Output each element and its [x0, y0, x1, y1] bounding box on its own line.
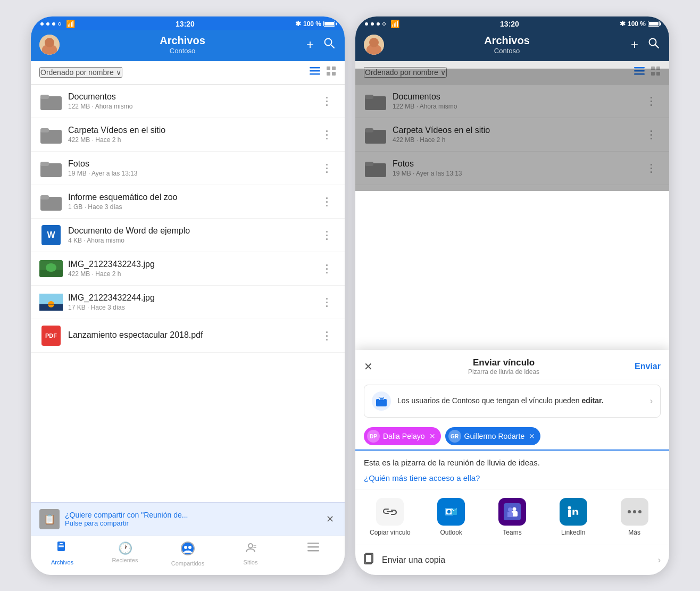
file-item-1-left[interactable]: Carpeta Vídeos en el sitio 422 MB · Hace… — [31, 118, 345, 152]
status-right-right: ✱ 100 % — [620, 20, 660, 28]
file-item-0-left[interactable]: Documentos 122 MB · Ahora mismo ⋮ — [31, 85, 345, 118]
file-list-left: Documentos 122 MB · Ahora mismo ⋮ Carpet… — [31, 85, 345, 502]
svg-point-71 — [568, 506, 571, 509]
sort-bar-left: Ordenado por nombre ∨ — [31, 61, 345, 85]
file-more-2-right[interactable]: ⋮ — [641, 160, 661, 177]
file-more-7-left[interactable]: ⋮ — [317, 327, 336, 344]
file-item-3-left[interactable]: Informe esquemático del zoo 1 GB · Hace … — [31, 185, 345, 219]
svg-rect-34 — [307, 546, 319, 548]
avatar-right[interactable] — [364, 35, 384, 55]
svg-rect-16 — [40, 195, 49, 199]
file-more-5-left[interactable]: ⋮ — [317, 260, 336, 277]
file-item-6-left[interactable]: IMG_21223432244.jpg 17 KB · Hace 3 días … — [31, 286, 345, 319]
dot2 — [46, 22, 49, 26]
file-item-0-right[interactable]: Documentos 122 MB · Ahora mismo ⋮ — [355, 85, 669, 118]
menu-svg-left — [307, 543, 319, 552]
chip-close-gr[interactable]: ✕ — [529, 432, 535, 440]
send-link-close-btn[interactable]: ✕ — [364, 360, 373, 373]
send-btn[interactable]: Enviar — [635, 362, 661, 371]
dot3-right — [377, 22, 380, 26]
file-more-0-right[interactable]: ⋮ — [641, 93, 661, 110]
dot4-right — [382, 22, 386, 26]
chip-name-dp: Dalia Pelayo — [383, 432, 425, 440]
file-more-2-left[interactable]: ⋮ — [317, 160, 336, 177]
nav-recientes-left[interactable]: 🕐 Recientes — [94, 539, 156, 569]
share-action-linkedin[interactable]: LinkedIn — [552, 498, 595, 536]
list-view-btn-right[interactable] — [634, 66, 645, 79]
access-link[interactable]: ¿Quién más tiene acceso a ella? — [364, 473, 661, 482]
pdf-box-left: PDF — [41, 326, 61, 346]
nav-label-sitios-left: Sitios — [244, 559, 258, 565]
word-icon-left: W — [39, 225, 63, 245]
copy-icon-box — [376, 498, 404, 526]
nav-sitios-left[interactable]: Sitios — [219, 539, 282, 569]
left-phone: 📶 13:20 ✱ 100 % Archivos Contoso + — [31, 16, 345, 575]
bottom-nav-left: Archivos 🕐 Recientes Compartidos — [31, 536, 345, 575]
recipient-chip-gr[interactable]: GR Guillermo Rodarte ✕ — [445, 427, 541, 445]
list-view-btn-left[interactable] — [310, 66, 320, 79]
file-item-5-left[interactable]: IMG_21223432243.jpg 422 MB · Hace 2 h ⋮ — [31, 252, 345, 286]
svg-rect-3 — [310, 70, 320, 72]
file-item-2-left[interactable]: Fotos 19 MB · Ayer a las 13:13 ⋮ — [31, 152, 345, 185]
more-dots-svg — [627, 509, 642, 514]
bluetooth-icon-left: ✱ — [295, 20, 301, 28]
file-item-2-right[interactable]: Fotos 19 MB · Ayer a las 13:13 ⋮ — [355, 152, 669, 185]
add-button-right[interactable]: + — [630, 36, 639, 53]
status-right-left: ✱ 100 % — [295, 20, 335, 28]
svg-rect-38 — [634, 67, 645, 69]
file-item-4-left[interactable]: W Documento de Word de ejemplo 4 KB · Ah… — [31, 219, 345, 252]
share-action-copy[interactable]: Copiar vínculo — [369, 498, 411, 536]
file-more-0-left[interactable]: ⋮ — [317, 93, 336, 110]
copy-row-icon — [364, 553, 376, 568]
nav-compartidos-left[interactable]: Compartidos — [156, 539, 219, 569]
header-icons-right: + — [630, 36, 661, 53]
nav-menu-left[interactable] — [282, 539, 345, 569]
grid-view-btn-right[interactable] — [651, 66, 661, 79]
nav-archivos-left[interactable]: Archivos — [31, 539, 94, 569]
nav-icon-compartidos-left — [181, 542, 195, 559]
svg-rect-68 — [507, 512, 510, 517]
share-action-outlook[interactable]: Outlook — [430, 498, 472, 536]
file-item-7-left[interactable]: PDF Lanzamiento espectacular 2018.pdf ⋮ — [31, 319, 345, 353]
list-icon-left — [310, 67, 320, 76]
chip-avatar-dp: DP — [367, 430, 380, 443]
file-more-3-left[interactable]: ⋮ — [317, 193, 336, 210]
svg-point-74 — [638, 510, 641, 513]
notif-close-btn-left[interactable]: ✕ — [324, 511, 336, 527]
file-more-6-left[interactable]: ⋮ — [317, 294, 336, 311]
header-left: Archivos Contoso + — [31, 30, 345, 61]
sort-by-name-right[interactable]: Ordenado por nombre ∨ — [364, 67, 447, 78]
copy-row-chevron-icon: › — [658, 555, 661, 565]
share-action-label-more: Más — [628, 529, 640, 536]
bottom-notification-left[interactable]: 📋 ¿Quiere compartir con "Reunión de... P… — [31, 502, 345, 536]
chip-close-dp[interactable]: ✕ — [429, 432, 436, 440]
file-more-1-right[interactable]: ⋮ — [641, 126, 661, 143]
avatar-left[interactable] — [39, 35, 60, 55]
files-svg-left — [56, 542, 68, 554]
notif-file-icon-left: 📋 — [39, 509, 60, 529]
permission-text: Los usuarios de Contoso que tengan el ví… — [397, 396, 644, 406]
recipient-chip-dp[interactable]: DP Dalia Pelayo ✕ — [364, 427, 441, 445]
copy-link-svg — [382, 504, 397, 519]
file-more-4-left[interactable]: ⋮ — [317, 227, 336, 244]
add-button-left[interactable]: + — [305, 36, 315, 53]
file-info-1-right: Carpeta Vídeos en el sitio 422 MB · Hace… — [387, 126, 641, 144]
sort-chevron-left: ∨ — [116, 68, 121, 77]
sort-label-text-left: Ordenado por nombre — [40, 68, 114, 77]
right-phone: 📶 13:20 ✱ 100 % Archivos Contoso + — [355, 16, 669, 575]
file-item-1-right[interactable]: Carpeta Vídeos en el sitio 422 MB · Hace… — [355, 118, 669, 152]
share-action-teams[interactable]: Teams — [491, 498, 534, 536]
search-button-left[interactable] — [322, 36, 336, 53]
file-more-1-left[interactable]: ⋮ — [317, 126, 336, 143]
sort-by-name-left[interactable]: Ordenado por nombre ∨ — [39, 67, 122, 78]
grid-view-btn-left[interactable] — [327, 66, 336, 79]
sort-icons-left — [310, 66, 336, 79]
file-info-3-left: Informe esquemático del zoo 1 GB · Hace … — [63, 193, 317, 211]
pdf-icon-left: PDF — [39, 326, 63, 346]
permission-row[interactable]: Los usuarios de Contoso que tengan el ví… — [364, 385, 661, 418]
teams-icon-box — [498, 498, 526, 526]
send-copy-row[interactable]: Enviar una copia › — [355, 545, 669, 575]
share-action-more[interactable]: Más — [613, 498, 656, 536]
search-button-right[interactable] — [647, 36, 661, 53]
svg-rect-8 — [332, 72, 336, 76]
